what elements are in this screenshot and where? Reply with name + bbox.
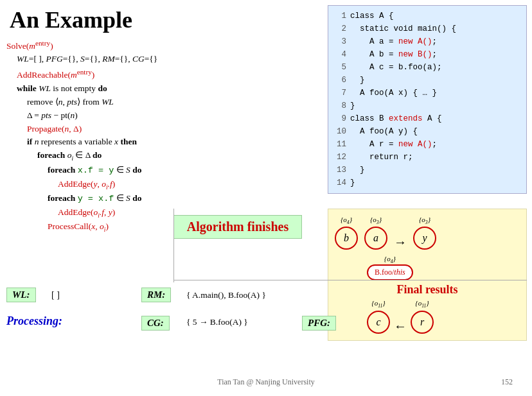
node-c: c <box>367 311 390 334</box>
node-y: y <box>413 227 436 250</box>
footer-page: 152 <box>389 377 513 387</box>
node-y-group: {o3} y <box>413 216 436 250</box>
algo-finishes-label: Algorithm finishes <box>173 215 302 239</box>
node-r-group: {o11} r <box>411 299 434 333</box>
wl-label: WL: <box>6 288 36 302</box>
yellow-graph-area: {o4} b {o3} a → {o3} y {o4} B.foo/this F… <box>328 209 527 341</box>
footer: Tian Tan @ Nanjing University 152 <box>0 377 532 387</box>
bfoo-group: {o4} B.foo/this <box>367 255 413 280</box>
vertical-divider <box>173 209 174 282</box>
arrow-a-y: → <box>394 235 407 250</box>
code-panel: 1class A { 2 static void main() { 3 A a … <box>328 5 527 194</box>
footer-center: Tian Tan @ Nanjing University <box>143 377 389 387</box>
node-a: a <box>364 227 387 250</box>
rm-value: { A.main(), B.foo(A) } <box>186 290 266 300</box>
node-r-label-top: {o11} <box>415 299 429 309</box>
cg-value: { 5 → B.foo(A) } <box>186 317 248 327</box>
node-c-group: {o11} c <box>367 299 390 333</box>
bfoo-label-top: {o4} <box>384 255 396 264</box>
node-b-group: {o4} b <box>335 216 358 250</box>
page-title: An Example <box>10 6 132 33</box>
node-b: b <box>335 227 358 250</box>
final-results-label: Final results <box>335 283 520 297</box>
rm-label: RM: <box>141 288 171 302</box>
node-a-group: {o3} a <box>364 216 387 250</box>
node-b-label-top: {o4} <box>341 216 352 225</box>
node-c-label-top: {o11} <box>371 299 385 309</box>
processing-label: Processing: <box>6 314 62 328</box>
pseudocode-block: Solve(mentry) WL=[ ], PFG={}, S={}, RM={… <box>6 37 244 235</box>
cg-label: CG: <box>141 316 170 331</box>
pfg-label: PFG: <box>302 316 336 331</box>
wl-value: [ ] <box>51 290 60 300</box>
node-r: r <box>411 311 434 334</box>
arrow-c-r: ← <box>394 319 407 334</box>
node-a-label-top: {o3} <box>370 216 382 225</box>
horizontal-divider <box>173 280 527 280</box>
bfoo-node: B.foo/this <box>367 264 413 280</box>
node-y-label-top: {o3} <box>419 216 430 225</box>
